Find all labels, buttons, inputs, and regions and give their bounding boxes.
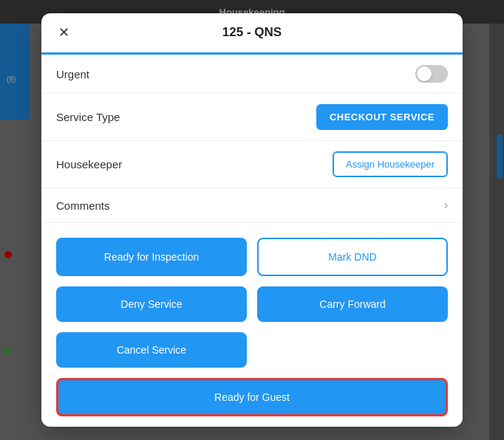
- checkout-service-button[interactable]: CHECKOUT SERVICE: [316, 104, 448, 130]
- comments-row[interactable]: Comments ›: [41, 188, 463, 223]
- modal-body[interactable]: Urgent Service Type CHECKOUT SERVICE Hou…: [41, 55, 463, 427]
- modal-dialog: ✕ 125 - QNS Urgent Service Type CHECKOUT…: [41, 13, 463, 427]
- urgent-row: Urgent: [41, 55, 463, 94]
- mark-dnd-button[interactable]: Mark DND: [257, 238, 448, 276]
- urgent-toggle-container: [415, 65, 448, 83]
- deny-service-button[interactable]: Deny Service: [56, 286, 247, 322]
- cancel-service-button[interactable]: Cancel Service: [56, 332, 247, 368]
- assign-housekeeper-button[interactable]: Assign Housekeeper: [333, 151, 448, 177]
- service-type-row: Service Type CHECKOUT SERVICE: [41, 94, 463, 141]
- ready-for-guest-button[interactable]: Ready for Guest: [56, 378, 448, 416]
- housekeeper-row: Housekeeper Assign Housekeeper: [41, 141, 463, 188]
- close-icon: ✕: [58, 24, 69, 41]
- close-button[interactable]: ✕: [53, 22, 74, 43]
- urgent-toggle[interactable]: [415, 65, 448, 83]
- carry-forward-button[interactable]: Carry Forward: [257, 286, 448, 322]
- comments-label: Comments: [56, 199, 110, 212]
- ready-for-inspection-button[interactable]: Ready for Inspection: [56, 238, 247, 276]
- urgent-label: Urgent: [56, 68, 89, 80]
- actions-area: Ready for Inspection Mark DND Deny Servi…: [41, 223, 463, 427]
- modal-title: 125 - QNS: [222, 25, 282, 40]
- service-type-label: Service Type: [56, 111, 120, 123]
- modal-overlay: ✕ 125 - QNS Urgent Service Type CHECKOUT…: [0, 0, 504, 440]
- chevron-right-icon: ›: [444, 199, 448, 212]
- modal-header: ✕ 125 - QNS: [41, 13, 463, 52]
- housekeeper-label: Housekeeper: [56, 158, 122, 171]
- empty-cell: [257, 332, 448, 368]
